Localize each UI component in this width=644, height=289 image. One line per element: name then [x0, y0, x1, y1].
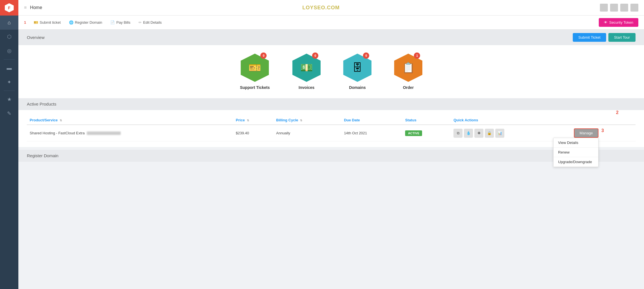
domain-icon: 🌐 — [69, 20, 74, 25]
domains-label: Domains — [349, 85, 366, 90]
sidebar-item-tools[interactable]: ★ — [0, 92, 18, 106]
sidebar-divider — [4, 59, 15, 60]
submit-ticket-button[interactable]: Submit Ticket — [573, 33, 606, 42]
subnav-register-domain[interactable]: 🌐 Register Domain — [66, 19, 106, 26]
topbar: ≡ Home LOYSEO.COM — [18, 0, 644, 16]
logo-letter: F — [8, 6, 10, 10]
product-blur — [87, 132, 121, 135]
edit-details-label: Edit Details — [143, 20, 162, 25]
col-billing-cycle: Billing Cycle ⇅ — [273, 116, 341, 125]
avatar-1 — [600, 4, 608, 12]
topbar-center: LOYSEO.COM — [42, 5, 600, 11]
main-content: ≡ Home LOYSEO.COM 1 🎫 Submit ticket 🌐 Re… — [18, 0, 644, 289]
network-icon: ✦ — [7, 79, 11, 85]
col-price: Price ⇅ — [233, 116, 273, 125]
table-body: Shared Hosting - FastCloud Extra $239.40… — [27, 125, 636, 141]
subnav-right: 👁 Security Token — [599, 18, 638, 27]
sort-icon-price[interactable]: ⇅ — [247, 119, 249, 122]
card-domains[interactable]: 🗄 0 Domains — [343, 54, 371, 90]
sidebar-logo[interactable]: F — [0, 0, 18, 16]
manage-dropdown: Manage 3 View Details Renew — [574, 128, 598, 138]
sidebar-item-network[interactable]: ✦ — [0, 75, 18, 89]
action-stats-button[interactable]: 📊 — [495, 129, 504, 138]
billing-icon: ▬ — [7, 65, 12, 71]
sidebar-item-home[interactable]: ⌂ — [0, 16, 18, 30]
col-product: Product/Service ⇅ — [27, 116, 233, 125]
table-header: Product/Service ⇅ Price ⇅ Billing Cycle … — [27, 116, 636, 125]
action-drop-button[interactable]: 💧 — [464, 129, 473, 138]
cell-status: ACTIVE — [402, 125, 451, 141]
subnav-submit-ticket[interactable]: 🎫 Submit ticket — [30, 19, 64, 26]
domains-icon-wrap: 🗄 0 — [343, 54, 371, 82]
globe-icon: ◎ — [7, 48, 12, 54]
subnav-pay-bills[interactable]: 📄 Pay Bills — [107, 19, 134, 26]
avatar-4 — [630, 4, 638, 12]
card-support-tickets[interactable]: 🎫 0 Support Tickets — [240, 54, 270, 90]
dropdown-renew[interactable]: Renew — [554, 148, 598, 157]
manage-button[interactable]: Manage — [574, 128, 598, 138]
sidebar-item-domains[interactable]: ◎ — [0, 44, 18, 58]
order-icon-wrap: 📋 1 — [394, 54, 422, 82]
sort-icon-billing[interactable]: ⇅ — [300, 119, 302, 122]
overview-actions: Submit Ticket Start Tour — [573, 33, 636, 42]
pay-bills-label: Pay Bills — [116, 20, 130, 25]
table-row: Shared Hosting - FastCloud Extra $239.40… — [27, 125, 636, 141]
sidebar-divider-2 — [4, 91, 15, 91]
box-icon: ⬡ — [7, 34, 12, 40]
sidebar-item-support[interactable]: ✎ — [0, 106, 18, 121]
col-actions: 2 — [571, 116, 636, 125]
register-domain-header: Register Domain — [18, 150, 644, 162]
sidebar-item-billing[interactable]: ▬ — [0, 61, 18, 75]
domains-badge: 0 — [363, 52, 369, 59]
invoices-badge: 0 — [312, 52, 318, 59]
quick-actions-group: ⧉ 💧 ✚ 🔒 📊 — [453, 129, 568, 138]
register-domain-label: Register Domain — [75, 20, 102, 25]
invoices-icon: 💵 — [300, 62, 313, 74]
cell-billing-cycle: Annually — [273, 125, 341, 141]
menu-icon[interactable]: ≡ — [24, 5, 27, 10]
sidebar: F ⌂ ⬡ ◎ ▬ ✦ ★ ✎ — [0, 0, 18, 289]
action-plugin-button[interactable]: ✚ — [474, 129, 483, 138]
sidebar-item-products[interactable]: ⬡ — [0, 30, 18, 44]
status-badge: ACTIVE — [405, 130, 422, 136]
col-due-date: Due Date — [341, 116, 403, 125]
col-status: Status — [402, 116, 451, 125]
active-products-header: Active Products — [18, 98, 644, 110]
edit-icon: ✏ — [139, 20, 142, 25]
dropdown-view-details[interactable]: View Details — [554, 138, 598, 148]
sort-icon-product[interactable]: ⇅ — [60, 119, 62, 122]
topbar-right — [600, 4, 638, 12]
cell-product: Shared Hosting - FastCloud Extra — [27, 125, 233, 141]
avatar-3 — [620, 4, 628, 12]
start-tour-button[interactable]: Start Tour — [608, 33, 636, 42]
card-order[interactable]: 📋 1 Order — [394, 54, 422, 90]
order-badge: 1 — [414, 52, 420, 59]
subnav-edit-details[interactable]: ✏ Edit Details — [135, 19, 165, 26]
action-cpanel-button[interactable]: ⧉ — [453, 129, 463, 138]
order-label: Order — [403, 85, 414, 90]
card-invoices[interactable]: 💵 0 Invoices — [292, 54, 321, 90]
active-products-title: Active Products — [27, 102, 56, 106]
cell-due-date: 14th Oct 2021 — [341, 125, 403, 141]
avatar-2 — [610, 4, 618, 12]
tools-icon: ★ — [7, 96, 12, 102]
support-icon: ✎ — [7, 110, 11, 117]
ticket-icon: 🎫 — [34, 20, 38, 25]
dropdown-menu: 3 View Details Renew Upgrade/Downgrade — [553, 138, 598, 167]
order-icon: 📋 — [402, 62, 415, 74]
support-tickets-label: Support Tickets — [240, 85, 270, 90]
invoices-label: Invoices — [299, 85, 314, 90]
dropdown-upgrade[interactable]: Upgrade/Downgrade — [554, 157, 598, 167]
home-icon: ⌂ — [8, 20, 11, 26]
product-name-text: Shared Hosting - FastCloud Extra — [30, 131, 85, 135]
support-tickets-badge: 0 — [260, 52, 267, 59]
overview-header: Overview Submit Ticket Start Tour — [18, 30, 644, 45]
submit-ticket-label: Submit ticket — [40, 20, 60, 25]
subnav-number: 1 — [24, 20, 26, 25]
col-quick-actions: Quick Actions — [451, 116, 571, 125]
security-token-button[interactable]: 👁 Security Token — [599, 18, 638, 27]
brand-name: LOYSEO.COM — [302, 5, 340, 10]
action-lock-button[interactable]: 🔒 — [485, 129, 494, 138]
overview-title: Overview — [27, 35, 45, 40]
cell-price: $239.40 — [233, 125, 273, 141]
